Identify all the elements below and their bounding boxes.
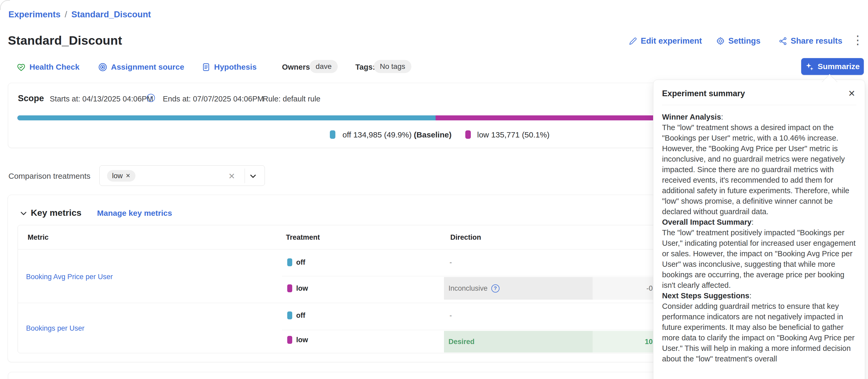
treatment-swatch-off bbox=[287, 311, 292, 319]
breadcrumb-separator: / bbox=[65, 9, 67, 20]
document-icon bbox=[202, 63, 211, 72]
treatment-name: low bbox=[296, 336, 308, 344]
summary-section-overall-impact: Overall Impact Summary: The "low" treatm… bbox=[662, 217, 856, 290]
edit-experiment-button[interactable]: Edit experiment bbox=[629, 35, 702, 47]
target-icon bbox=[98, 62, 107, 72]
breadcrumb-experiments-link[interactable]: Experiments bbox=[8, 9, 61, 20]
info-icon[interactable]: i bbox=[147, 94, 155, 102]
chevron-down-icon[interactable] bbox=[249, 172, 257, 180]
legend-low-text: low 135,771 (50.1%) bbox=[477, 130, 550, 139]
manage-key-metrics-link[interactable]: Manage key metrics bbox=[97, 209, 172, 218]
legend-swatch-off bbox=[330, 130, 335, 139]
tags-chip: No tags bbox=[374, 60, 411, 73]
scope-ends-at: Ends at: 07/07/2025 04:06PM bbox=[163, 95, 264, 103]
edit-experiment-label: Edit experiment bbox=[641, 36, 702, 46]
section-heading: Overall Impact Summary bbox=[662, 218, 751, 226]
column-header-metric: Metric bbox=[28, 233, 49, 242]
experiment-summary-panel: Experiment summary ✕ Winner Analysis: Th… bbox=[653, 80, 865, 379]
direction-label: Inconclusive bbox=[448, 284, 488, 292]
treatment-swatch-off bbox=[287, 259, 292, 266]
pencil-icon bbox=[629, 37, 637, 45]
share-results-button[interactable]: Share results bbox=[779, 35, 842, 47]
panel-title: Experiment summary bbox=[662, 89, 745, 98]
page-title: Standard_Discount bbox=[8, 33, 122, 47]
breadcrumb: Experiments / Standard_Discount bbox=[8, 9, 151, 20]
scope-title: Scope bbox=[18, 93, 44, 103]
experiment-detail-page: Experiments / Standard_Discount Standard… bbox=[0, 0, 868, 379]
settings-button[interactable]: Settings bbox=[716, 35, 761, 47]
direction-value-dash: - bbox=[450, 312, 452, 319]
column-header-direction: Direction bbox=[450, 233, 481, 242]
heart-check-icon bbox=[16, 62, 26, 72]
treatment-name: off bbox=[296, 312, 305, 319]
scope-rule: Rule: default rule bbox=[263, 95, 320, 103]
direction-cell-desired: Desired bbox=[444, 331, 593, 352]
legend-low: low 135,771 (50.1%) bbox=[477, 131, 550, 139]
direction-label: Desired bbox=[448, 338, 474, 346]
question-icon[interactable]: ? bbox=[491, 284, 499, 292]
tab-health-check[interactable]: Health Check bbox=[16, 61, 80, 74]
tab-health-check-label: Health Check bbox=[29, 63, 80, 71]
legend-swatch-low bbox=[465, 130, 471, 139]
collapse-chevron-icon[interactable] bbox=[20, 209, 28, 217]
select-divider bbox=[245, 169, 245, 183]
window-corner-decoration bbox=[0, 0, 10, 10]
metric-link-bookings-per-user[interactable]: Bookings per User bbox=[26, 324, 85, 333]
tags-label: Tags: bbox=[355, 63, 375, 71]
panel-body: Winner Analysis: The "low" treatment sho… bbox=[653, 105, 865, 364]
share-results-label: Share results bbox=[791, 36, 842, 46]
key-metrics-title: Key metrics bbox=[31, 208, 82, 218]
treatment-chip-label: low bbox=[112, 172, 123, 180]
section-heading: Winner Analysis bbox=[662, 113, 721, 121]
owner-chip: dave bbox=[310, 60, 338, 73]
gear-icon bbox=[716, 37, 725, 45]
comparison-treatments-label: Comparison treatments bbox=[8, 172, 91, 180]
legend-off: off 134,985 (49.9%) (Baseline) bbox=[342, 131, 452, 139]
more-options-kebab-icon[interactable]: ⋮ bbox=[852, 34, 864, 46]
sparkles-icon bbox=[805, 62, 814, 71]
summary-section-winner-analysis: Winner Analysis: The "low" treatment sho… bbox=[662, 112, 856, 217]
comparison-treatments-select[interactable]: low ✕ ✕ bbox=[99, 165, 265, 186]
breadcrumb-current-experiment[interactable]: Standard_Discount bbox=[71, 9, 151, 20]
summarize-label: Summarize bbox=[817, 62, 860, 71]
summarize-button[interactable]: Summarize bbox=[801, 58, 864, 75]
select-clear-icon[interactable]: ✕ bbox=[228, 171, 235, 181]
section-body: The "low" treatment shows a desired impa… bbox=[662, 123, 849, 216]
treatment-swatch-low bbox=[287, 284, 292, 292]
treatment-chip-low[interactable]: low ✕ bbox=[107, 170, 135, 182]
section-body: The "low" treatment positively impacted … bbox=[662, 229, 856, 289]
allocation-segment-off bbox=[18, 115, 436, 120]
tab-hypothesis-label: Hypothesis bbox=[214, 63, 257, 71]
chip-remove-icon[interactable]: ✕ bbox=[126, 172, 130, 179]
column-header-treatment: Treatment bbox=[286, 233, 320, 242]
share-icon bbox=[779, 37, 787, 45]
section-body: Consider adding guardrail metrics to ens… bbox=[662, 302, 855, 363]
close-icon[interactable]: ✕ bbox=[848, 88, 856, 99]
legend-off-baseline: (Baseline) bbox=[414, 130, 452, 139]
summary-section-next-steps: Next Steps Suggestions: Consider adding … bbox=[662, 290, 856, 364]
tab-assignment-source[interactable]: Assignment source bbox=[98, 61, 184, 74]
section-heading: Next Steps Suggestions bbox=[662, 291, 749, 300]
treatment-name: off bbox=[296, 259, 305, 266]
legend-off-text: off 134,985 (49.9%) bbox=[342, 130, 412, 139]
direction-cell-inconclusive: Inconclusive ? bbox=[444, 277, 593, 300]
direction-value-dash: - bbox=[450, 259, 452, 266]
scope-starts-at: Starts at: 04/13/2025 04:06PM bbox=[50, 95, 153, 103]
metric-link-booking-avg-price[interactable]: Booking Avg Price per User bbox=[26, 273, 113, 281]
settings-label: Settings bbox=[728, 36, 761, 46]
tab-assignment-source-label: Assignment source bbox=[111, 63, 184, 71]
owners-label: Owners: bbox=[282, 63, 312, 71]
treatment-swatch-low bbox=[287, 336, 292, 344]
treatment-name: low bbox=[296, 285, 308, 292]
tab-hypothesis[interactable]: Hypothesis bbox=[202, 61, 257, 74]
